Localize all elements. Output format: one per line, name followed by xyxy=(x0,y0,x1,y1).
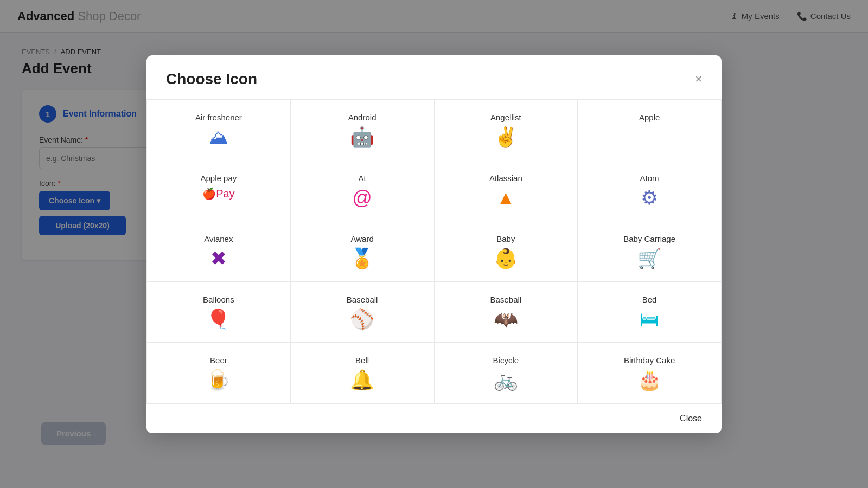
icon-cell-atom[interactable]: Atom ⚙ xyxy=(578,160,722,221)
icon-name-atom: Atom xyxy=(640,174,659,183)
modal-body[interactable]: Air freshener ⛰ Android 🤖 Angellist ✌️ A… xyxy=(146,99,722,403)
icon-name-air-freshener: Air freshener xyxy=(195,113,242,122)
icon-name-birthday-cake: Birthday Cake xyxy=(624,356,675,365)
icon-symbol-at: @ xyxy=(352,188,372,208)
icon-symbol-baby-carriage: 🛒 xyxy=(637,249,662,268)
icon-symbol-baby: 👶 xyxy=(494,249,518,268)
icon-symbol-bicycle: 🚲 xyxy=(494,370,518,390)
icon-symbol-atlassian: ▲ xyxy=(496,188,516,208)
modal-footer: Close xyxy=(146,403,722,433)
icon-symbol-avianex: ✖ xyxy=(210,249,227,268)
modal-overlay: Choose Icon × Air freshener ⛰ Android 🤖 … xyxy=(0,0,868,488)
icon-cell-atlassian[interactable]: Atlassian ▲ xyxy=(435,160,578,221)
icon-symbol-baseball-ball: ⚾ xyxy=(350,310,374,329)
icon-name-apple-pay: Apple pay xyxy=(201,174,237,183)
icon-cell-angellist[interactable]: Angellist ✌️ xyxy=(435,100,578,160)
icon-cell-air-freshener[interactable]: Air freshener ⛰ xyxy=(147,100,291,160)
icon-name-android: Android xyxy=(348,113,376,122)
icon-cell-bell[interactable]: Bell 🔔 xyxy=(291,343,435,403)
icon-name-bicycle: Bicycle xyxy=(493,356,519,365)
icon-name-atlassian: Atlassian xyxy=(489,174,522,183)
icon-name-balloons: Balloons xyxy=(203,295,234,304)
icon-cell-baseball-bat[interactable]: Baseball 🦇 xyxy=(435,282,578,343)
icon-name-bell: Bell xyxy=(355,356,369,365)
icon-symbol-bell: 🔔 xyxy=(350,370,374,390)
icon-cell-at[interactable]: At @ xyxy=(291,160,435,221)
icon-symbol-atom: ⚙ xyxy=(641,188,658,208)
icon-name-bed: Bed xyxy=(642,295,657,304)
icon-symbol-beer: 🍺 xyxy=(206,370,231,390)
icon-symbol-award: 🏅 xyxy=(350,249,374,268)
icon-cell-bicycle[interactable]: Bicycle 🚲 xyxy=(435,343,578,403)
choose-icon-modal: Choose Icon × Air freshener ⛰ Android 🤖 … xyxy=(146,55,722,433)
icon-symbol-bed: 🛏 xyxy=(640,310,659,329)
icon-name-award: Award xyxy=(351,234,374,243)
modal-close-x-button[interactable]: × xyxy=(695,73,702,85)
icon-cell-bed[interactable]: Bed 🛏 xyxy=(578,282,722,343)
icon-cell-android[interactable]: Android 🤖 xyxy=(291,100,435,160)
icon-name-avianex: Avianex xyxy=(204,234,233,243)
icon-name-baby: Baby xyxy=(496,234,515,243)
icon-name-angellist: Angellist xyxy=(490,113,521,122)
icon-name-at: At xyxy=(359,174,366,183)
icon-symbol-android: 🤖 xyxy=(350,127,374,147)
icon-symbol-baseball-bat: 🦇 xyxy=(494,310,518,329)
icon-cell-baseball-ball[interactable]: Baseball ⚾ xyxy=(291,282,435,343)
modal-title: Choose Icon xyxy=(166,70,257,88)
icon-name-beer: Beer xyxy=(210,356,227,365)
modal-close-button[interactable]: Close xyxy=(680,414,702,423)
icon-cell-baby-carriage[interactable]: Baby Carriage 🛒 xyxy=(578,221,722,282)
icon-cell-beer[interactable]: Beer 🍺 xyxy=(147,343,291,403)
icon-symbol-air-freshener: ⛰ xyxy=(209,127,228,147)
icon-symbol-angellist: ✌️ xyxy=(494,127,518,147)
icon-cell-award[interactable]: Award 🏅 xyxy=(291,221,435,282)
icon-cell-apple[interactable]: Apple xyxy=(578,100,722,160)
icon-cell-apple-pay[interactable]: Apple pay 🍎Pay xyxy=(147,160,291,221)
icon-cell-avianex[interactable]: Avianex ✖ xyxy=(147,221,291,282)
icon-name-baby-carriage: Baby Carriage xyxy=(623,234,675,243)
icon-cell-birthday-cake[interactable]: Birthday Cake 🎂 xyxy=(578,343,722,403)
modal-header: Choose Icon × xyxy=(146,55,722,99)
icon-name-apple: Apple xyxy=(639,113,660,122)
icon-name-baseball-ball: Baseball xyxy=(347,295,378,304)
icon-symbol-balloons: 🎈 xyxy=(206,310,231,329)
icon-symbol-apple-pay: 🍎Pay xyxy=(202,188,234,199)
icon-cell-balloons[interactable]: Balloons 🎈 xyxy=(147,282,291,343)
icon-cell-baby[interactable]: Baby 👶 xyxy=(435,221,578,282)
icon-name-baseball-bat: Baseball xyxy=(490,295,522,304)
icon-symbol-birthday-cake: 🎂 xyxy=(637,370,662,390)
icon-grid: Air freshener ⛰ Android 🤖 Angellist ✌️ A… xyxy=(146,99,722,403)
